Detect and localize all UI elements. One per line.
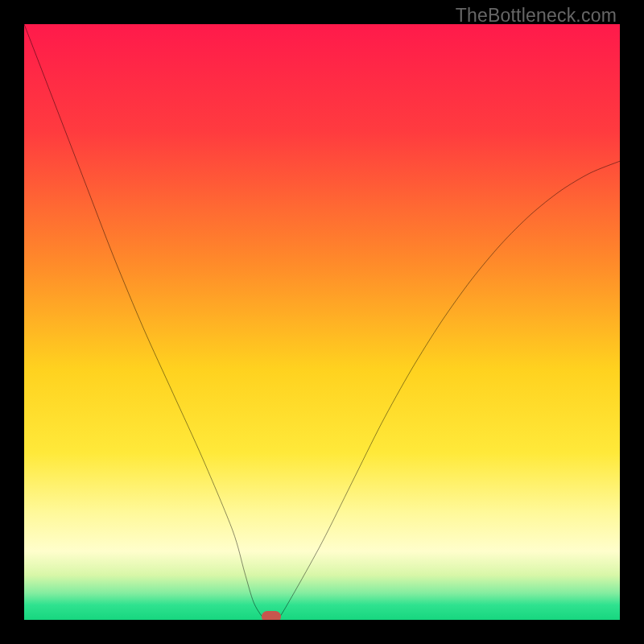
- watermark-text: TheBottleneck.com: [456, 5, 617, 27]
- plot-area: [24, 24, 620, 620]
- optimal-point-marker: [262, 611, 281, 620]
- bottleneck-curve: [24, 24, 620, 620]
- chart-frame: TheBottleneck.com: [0, 0, 644, 644]
